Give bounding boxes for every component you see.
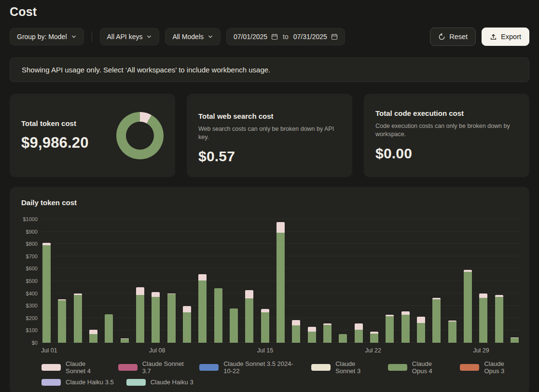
web-search-cost-title: Total web search cost xyxy=(198,112,341,120)
bar-jul-10[interactable] xyxy=(183,219,191,343)
bar-jul-14[interactable] xyxy=(245,219,253,343)
bar-segment xyxy=(323,325,332,343)
total-token-cost-title: Total token cost xyxy=(21,119,89,127)
bar-segment xyxy=(152,292,160,297)
bar-segment xyxy=(214,288,222,343)
legend-label: Claude Sonnet 3.5 2024-10-22 xyxy=(223,360,299,375)
bar-jul-03[interactable] xyxy=(74,219,82,343)
y-tick-label: $500 xyxy=(26,278,38,284)
bar-segment xyxy=(401,311,410,315)
bar-segment xyxy=(121,339,129,343)
calendar-icon[interactable] xyxy=(271,33,278,40)
api-keys-dropdown[interactable]: All API keys xyxy=(100,28,160,45)
reset-button[interactable]: Reset xyxy=(430,28,476,46)
api-keys-label: All API keys xyxy=(107,33,143,41)
bar-segment xyxy=(152,297,160,343)
bar-segment xyxy=(105,314,113,343)
bar-segment xyxy=(308,327,316,332)
date-to-input[interactable]: 07/31/2025 xyxy=(293,33,338,41)
bar-jul-20[interactable] xyxy=(339,219,347,343)
legend-label: Claude Sonnet 3 xyxy=(335,360,375,375)
y-tick-label: $200 xyxy=(26,315,38,321)
y-tick-label: $100 xyxy=(26,327,38,333)
group-by-dropdown[interactable]: Group by: Model xyxy=(10,28,84,45)
date-from-input[interactable]: 07/01/2025 xyxy=(234,33,278,41)
bar-chart: $0$100$200$300$400$500$600$700$800$900$1… xyxy=(21,219,520,343)
bar-segment xyxy=(198,274,207,280)
bar-segment xyxy=(276,233,285,343)
bar-segment xyxy=(370,334,378,343)
legend-item: Claude Sonnet 3.5 2024-10-22 xyxy=(199,360,299,375)
legend-item: Claude Sonnet 4 xyxy=(41,360,106,375)
legend-swatch xyxy=(199,364,219,371)
bar-jul-01[interactable] xyxy=(42,219,51,343)
legend-item: Claude Haiku 3 xyxy=(126,378,193,386)
bar-segment xyxy=(136,295,144,343)
bar-segment xyxy=(245,298,253,343)
legend-item: Claude Sonnet 3 xyxy=(311,360,375,375)
bar-jul-12[interactable] xyxy=(214,219,222,343)
date-range-picker: 07/01/2025 to 07/31/2025 xyxy=(226,28,345,45)
bar-plot xyxy=(41,219,520,343)
bar-segment xyxy=(417,317,425,323)
bar-jul-15[interactable] xyxy=(261,219,269,343)
code-exec-cost-card: Total code execution cost Code execution… xyxy=(364,94,529,177)
page-title: Cost xyxy=(10,5,529,19)
export-icon xyxy=(490,33,497,41)
bar-jul-08[interactable] xyxy=(152,219,160,343)
bar-segment xyxy=(355,323,363,330)
code-exec-cost-title: Total code execution cost xyxy=(375,109,518,117)
models-label: All Models xyxy=(172,33,204,41)
bar-jul-13[interactable] xyxy=(230,219,238,343)
models-dropdown[interactable]: All Models xyxy=(165,28,221,45)
bar-jul-11[interactable] xyxy=(198,219,207,343)
bar-jul-19[interactable] xyxy=(323,219,332,343)
bar-segment xyxy=(89,330,97,334)
code-exec-cost-value: $0.00 xyxy=(375,145,518,162)
group-by-label: Group by: Model xyxy=(17,33,67,41)
y-tick-label: $400 xyxy=(26,291,38,296)
bar-jul-24[interactable] xyxy=(401,219,410,343)
bar-jul-16[interactable] xyxy=(276,219,285,343)
bar-segment xyxy=(183,306,191,312)
bar-segment xyxy=(276,222,285,233)
bars-container xyxy=(41,219,520,343)
legend-label: Claude Sonnet 4 xyxy=(66,360,106,375)
bar-jul-31[interactable] xyxy=(511,219,519,343)
bar-jul-09[interactable] xyxy=(167,219,176,343)
toolbar: Group by: Model All API keys All Models xyxy=(10,28,529,46)
bar-jul-18[interactable] xyxy=(308,219,316,343)
bar-jul-29[interactable] xyxy=(479,219,487,343)
bar-jul-04[interactable] xyxy=(89,219,97,343)
legend-label: Claude Sonnet 3.7 xyxy=(142,360,187,375)
export-button[interactable]: Export xyxy=(482,28,529,46)
bar-segment xyxy=(464,272,472,343)
bar-jul-02[interactable] xyxy=(58,219,66,343)
bar-jul-25[interactable] xyxy=(417,219,425,343)
legend-item: Claude Sonnet 3.7 xyxy=(118,360,187,375)
bar-jul-28[interactable] xyxy=(464,219,472,343)
legend-label: Claude Haiku 3.5 xyxy=(66,378,114,386)
bar-jul-22[interactable] xyxy=(370,219,378,343)
y-tick-label: $600 xyxy=(26,266,38,271)
reset-label: Reset xyxy=(449,33,468,41)
chevron-down-icon xyxy=(207,34,213,40)
bar-jul-05[interactable] xyxy=(105,219,113,343)
bar-segment xyxy=(136,287,144,295)
bar-jul-30[interactable] xyxy=(495,219,503,343)
bar-jul-06[interactable] xyxy=(121,219,129,343)
bar-segment xyxy=(511,338,519,343)
date-from-value: 07/01/2025 xyxy=(234,33,267,41)
calendar-icon[interactable] xyxy=(331,33,338,40)
bar-jul-27[interactable] xyxy=(448,219,456,343)
bar-jul-07[interactable] xyxy=(136,219,144,343)
chevron-down-icon xyxy=(71,34,77,40)
bar-segment xyxy=(479,294,487,298)
legend-swatch xyxy=(460,364,479,371)
bar-jul-26[interactable] xyxy=(432,219,441,343)
bar-jul-21[interactable] xyxy=(355,219,363,343)
bar-segment xyxy=(89,334,97,343)
bar-jul-17[interactable] xyxy=(292,219,300,343)
bar-jul-23[interactable] xyxy=(386,219,394,343)
x-tick-label: Jul 29 xyxy=(473,347,489,354)
